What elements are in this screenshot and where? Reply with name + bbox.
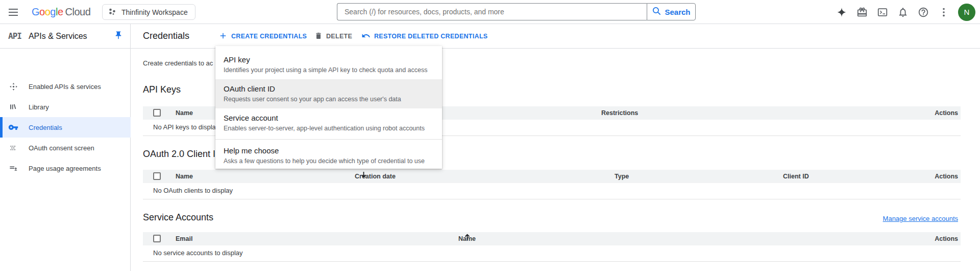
search-icon bbox=[652, 6, 662, 17]
sidebar-item-label: OAuth consent screen bbox=[29, 144, 94, 152]
menu-hamburger-icon[interactable] bbox=[7, 6, 19, 18]
dots-grid-icon bbox=[8, 143, 18, 153]
column-header-restrictions[interactable]: Restrictions bbox=[601, 106, 638, 120]
column-header-client-id[interactable]: Client ID bbox=[783, 170, 809, 183]
select-all-checkbox[interactable] bbox=[153, 172, 161, 180]
topbar-icon-group: N bbox=[836, 0, 975, 24]
user-avatar[interactable]: N bbox=[958, 4, 975, 21]
project-icon bbox=[108, 7, 117, 17]
key-icon bbox=[8, 122, 18, 132]
column-header-name[interactable]: Name bbox=[176, 170, 193, 183]
api-keys-heading: API Keys bbox=[143, 84, 181, 95]
menu-item-description: Requests user consent so your app can ac… bbox=[224, 95, 434, 103]
more-vert-icon[interactable] bbox=[938, 6, 949, 18]
api-logo: API bbox=[8, 31, 21, 41]
cloud-shell-icon[interactable] bbox=[876, 6, 888, 18]
page-title: Credentials bbox=[143, 31, 189, 41]
sidebar: API APIs & Services Enabled APIs & servi… bbox=[0, 24, 131, 271]
service-accounts-heading: Service Accounts bbox=[143, 212, 213, 223]
select-all-checkbox[interactable] bbox=[153, 235, 161, 242]
menu-item-description: Asks a few questions to help you decide … bbox=[224, 157, 434, 165]
service-accounts-table-header: Email Name Actions bbox=[143, 232, 961, 245]
column-header-type[interactable]: Type bbox=[615, 170, 629, 183]
sidebar-item-oauth-consent[interactable]: OAuth consent screen bbox=[0, 138, 131, 158]
trash-icon bbox=[314, 32, 323, 41]
menu-item-oauth-client-id[interactable]: OAuth client ID Requests user consent so… bbox=[215, 79, 442, 108]
sidebar-item-label: Credentials bbox=[29, 124, 62, 131]
project-selector[interactable]: Thinfinity Workspace bbox=[102, 4, 195, 20]
create-credentials-menu: API key Identifies your project using a … bbox=[215, 46, 442, 169]
menu-item-title: API key bbox=[224, 55, 434, 65]
search-button-label: Search bbox=[665, 8, 690, 16]
oauth-clients-table-header: Name Creation date Type Client ID Action… bbox=[143, 170, 961, 183]
sidebar-item-credentials[interactable]: Credentials bbox=[0, 117, 131, 138]
sidebar-item-label: Page usage agreements bbox=[29, 165, 101, 172]
sidebar-item-label: Library bbox=[29, 103, 49, 111]
sidebar-item-page-usage[interactable]: Page usage agreements bbox=[0, 158, 131, 178]
global-search: Search bbox=[337, 3, 696, 20]
menu-item-title: OAuth client ID bbox=[224, 84, 434, 94]
create-credentials-button[interactable]: CREATE CREDENTIALS bbox=[218, 24, 307, 49]
search-button[interactable]: Search bbox=[647, 3, 696, 20]
menu-item-title: Help me choose bbox=[224, 146, 434, 156]
sort-ascending-icon bbox=[463, 232, 471, 245]
column-header-actions: Actions bbox=[935, 170, 958, 183]
sidebar-item-label: Enabled APIs & services bbox=[29, 83, 101, 91]
menu-item-help-me-choose[interactable]: Help me choose Asks a few questions to h… bbox=[215, 141, 442, 170]
sidebar-title: APIs & Services bbox=[29, 32, 107, 41]
gift-icon[interactable] bbox=[856, 6, 868, 18]
agreements-icon bbox=[8, 163, 18, 173]
sidebar-nav: Enabled APIs & services Library Credenti… bbox=[0, 76, 131, 178]
menu-item-service-account[interactable]: Service account Enables server-to-server… bbox=[215, 108, 442, 138]
top-app-bar: GoogleCloud Thinfinity Workspace Search bbox=[0, 0, 980, 24]
logo-cloud-text: Cloud bbox=[65, 6, 91, 17]
plus-icon bbox=[218, 31, 228, 42]
select-all-checkbox[interactable] bbox=[153, 109, 161, 117]
sidebar-header: API APIs & Services bbox=[0, 24, 130, 49]
gemini-sparkle-icon[interactable] bbox=[836, 6, 847, 18]
restore-label: RESTORE DELETED CREDENTIALS bbox=[374, 33, 487, 40]
dashboard-dpad-icon bbox=[8, 81, 18, 92]
pin-icon[interactable] bbox=[114, 31, 123, 42]
library-icon bbox=[8, 102, 18, 112]
restore-deleted-credentials-button[interactable]: RESTORE DELETED CREDENTIALS bbox=[361, 24, 487, 49]
column-header-name[interactable]: Name bbox=[176, 106, 193, 120]
page-action-bar: Credentials CREATE CREDENTIALS DELETE RE… bbox=[131, 24, 980, 49]
menu-item-api-key[interactable]: API key Identifies your project using a … bbox=[215, 50, 442, 79]
service-accounts-empty-row: No service accounts to display bbox=[143, 245, 961, 262]
help-icon[interactable] bbox=[917, 6, 929, 18]
project-name: Thinfinity Workspace bbox=[121, 8, 188, 16]
sidebar-item-library[interactable]: Library bbox=[0, 97, 131, 117]
sort-descending-icon bbox=[360, 170, 368, 183]
undo-icon bbox=[361, 31, 371, 42]
menu-divider bbox=[215, 139, 442, 140]
create-credentials-label: CREATE CREDENTIALS bbox=[231, 33, 307, 40]
search-input[interactable] bbox=[337, 3, 647, 20]
oauth-clients-heading: OAuth 2.0 Client I bbox=[143, 149, 215, 160]
menu-item-description: Identifies your project using a simple A… bbox=[224, 66, 434, 74]
avatar-initial: N bbox=[964, 8, 970, 16]
menu-item-description: Enables server-to-server, app-level auth… bbox=[224, 124, 434, 132]
delete-label: DELETE bbox=[326, 33, 352, 40]
delete-button[interactable]: DELETE bbox=[314, 24, 352, 49]
notifications-bell-icon[interactable] bbox=[897, 6, 909, 18]
column-header-actions: Actions bbox=[935, 232, 958, 245]
sidebar-item-enabled-apis[interactable]: Enabled APIs & services bbox=[0, 76, 131, 97]
manage-service-accounts-link[interactable]: Manage service accounts bbox=[883, 215, 958, 222]
menu-item-title: Service account bbox=[224, 113, 434, 123]
google-cloud-logo[interactable]: GoogleCloud bbox=[32, 6, 90, 18]
column-header-actions: Actions bbox=[935, 106, 958, 120]
oauth-clients-empty-row: No OAuth clients to display bbox=[143, 183, 961, 199]
column-header-email[interactable]: Email bbox=[176, 232, 192, 245]
intro-text: Create credentials to ac bbox=[143, 59, 213, 67]
